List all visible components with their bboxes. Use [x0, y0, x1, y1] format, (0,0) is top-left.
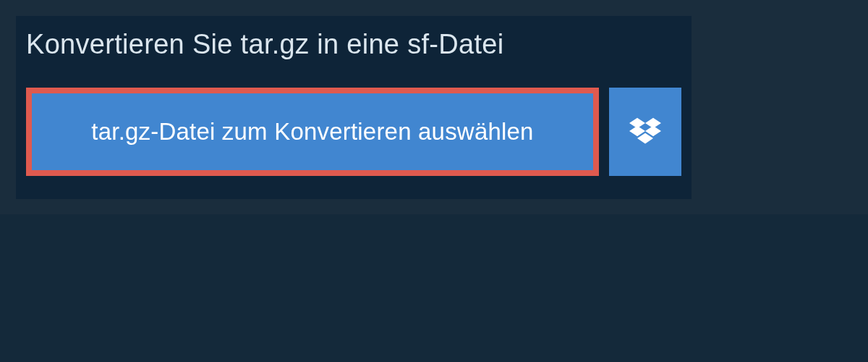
dropbox-icon: [629, 115, 661, 149]
page-title: Konvertieren Sie tar.gz in eine sf-Datei: [16, 16, 519, 73]
lower-background: [0, 214, 868, 362]
upload-area: tar.gz-Datei zum Konvertieren auswählen: [26, 88, 681, 189]
select-file-button[interactable]: tar.gz-Datei zum Konvertieren auswählen: [32, 93, 593, 170]
converter-panel: Konvertieren Sie tar.gz in eine sf-Datei…: [16, 16, 692, 199]
select-file-label: tar.gz-Datei zum Konvertieren auswählen: [91, 118, 533, 146]
dropbox-button[interactable]: [609, 88, 681, 176]
select-file-wrapper: tar.gz-Datei zum Konvertieren auswählen: [26, 88, 599, 176]
